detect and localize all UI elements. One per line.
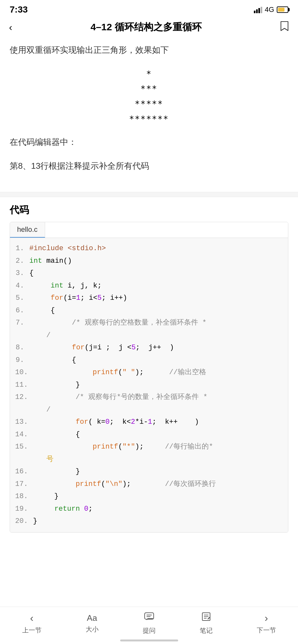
code-line-7b: / [15, 329, 283, 342]
next-icon: › [264, 612, 268, 624]
next-label: 下一节 [257, 626, 276, 635]
code-line-16: 16. } [15, 466, 283, 478]
font-icon: Aa [87, 613, 97, 623]
back-button[interactable]: ‹ [9, 22, 12, 33]
code-tab-hello[interactable]: hello.c [10, 222, 45, 238]
page-title: 4–12 循环结构之多重循环 [12, 21, 280, 34]
code-section-title: 代码 [10, 204, 288, 217]
section-label: 在代码编辑器中： [10, 137, 288, 148]
bookmark-button[interactable] [280, 21, 289, 34]
code-line-13: 13. for( k=0; k<2*i-1; k++ ) [15, 416, 283, 429]
status-bar: 7:33 4G [0, 0, 298, 17]
code-line-7: 7. /* 观察每行的空格数量，补全循环条件 * [15, 317, 283, 329]
triangle-row-4: ******* [10, 112, 288, 127]
status-time: 7:33 [10, 5, 28, 15]
status-right: 4G [254, 5, 288, 14]
code-tab-bar: hello.c [10, 222, 288, 238]
question-icon [144, 611, 154, 624]
triangle-display: * *** ***** ******* [10, 67, 288, 127]
home-indicator [120, 639, 178, 641]
code-line-19: 19. return 0; [15, 503, 283, 516]
triangle-row-3: ***** [10, 97, 288, 112]
code-line-18: 18. } [15, 490, 283, 503]
code-line-5: 5. for(i=1; i<5; i++) [15, 292, 283, 305]
code-line-12b: / [15, 404, 283, 416]
code-line-2: 2. int main() [15, 255, 283, 268]
prev-label: 上一节 [22, 626, 42, 635]
nav-header: ‹ 4–12 循环结构之多重循环 [0, 17, 298, 37]
next-button[interactable]: › 下一节 [257, 612, 276, 635]
note-label: 笔记 [200, 626, 213, 635]
signal-icon [254, 6, 262, 13]
note-button[interactable]: 笔记 [200, 611, 213, 635]
code-line-1: 1. #include <stdio.h> [15, 242, 283, 255]
code-line-9: 9. { [15, 354, 283, 367]
question-label: 提问 [143, 626, 156, 635]
code-section: 代码 hello.c 1. #include <stdio.h> 2. [0, 204, 298, 539]
prev-button[interactable]: ‹ 上一节 [22, 612, 42, 635]
triangle-row-2: *** [10, 81, 288, 97]
code-line-15b: 号 [15, 453, 283, 466]
code-line-3: 3. { [15, 267, 283, 280]
instruction-text: 第8、13行根据注释提示补全所有代码 [10, 159, 288, 173]
bottom-bar: ‹ 上一节 Aa 大小 提问 笔记 › [0, 607, 298, 644]
code-line-17: 17. printf("\n"); //每次循环换行 [15, 478, 283, 491]
description-text: 使用双重循环实现输出正三角形，效果如下 [10, 43, 288, 57]
code-body: 1. #include <stdio.h> 2. int main() 3. { [10, 238, 288, 532]
code-line-10: 10. printf(" "); //输出空格 [15, 366, 283, 379]
main-content: 使用双重循环实现输出正三角形，效果如下 * *** ***** ******* … [0, 37, 298, 189]
code-line-15: 15. printf("*"); //每行输出的* [15, 441, 283, 453]
code-editor: hello.c 1. #include <stdio.h> 2. int mai… [10, 222, 288, 533]
font-label: 大小 [86, 625, 99, 634]
code-line-6: 6. { [15, 305, 283, 317]
triangle-row-1: * [10, 67, 288, 82]
font-button[interactable]: Aa 大小 [86, 613, 99, 634]
prev-icon: ‹ [30, 612, 34, 624]
battery-icon [277, 6, 288, 13]
section-divider [0, 192, 298, 197]
question-button[interactable]: 提问 [143, 611, 156, 635]
code-line-8: 8. for(j=i ; j <5; j++ ) [15, 342, 283, 354]
note-icon [201, 611, 211, 624]
network-label: 4G [265, 5, 274, 14]
code-line-20: 20. } [15, 515, 283, 528]
code-line-11: 11. } [15, 379, 283, 392]
code-line-4: 4. int i, j, k; [15, 280, 283, 292]
code-line-14: 14. { [15, 429, 283, 441]
code-line-12: 12. /* 观察每行*号的数量，补全循环条件 * [15, 391, 283, 404]
